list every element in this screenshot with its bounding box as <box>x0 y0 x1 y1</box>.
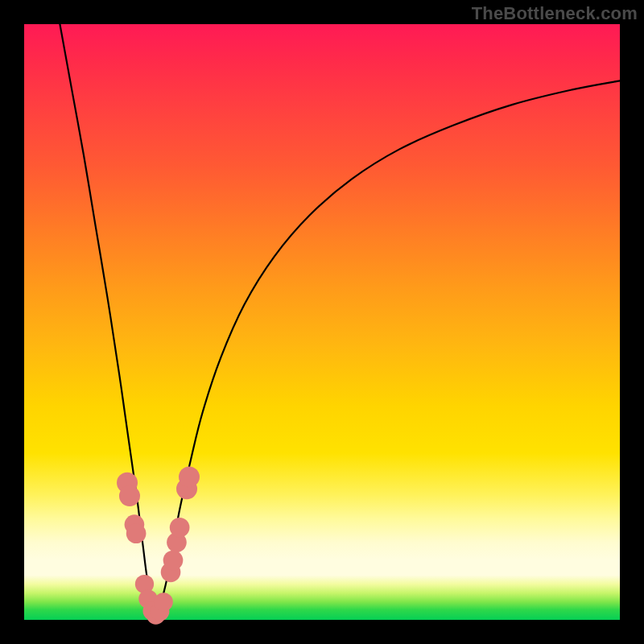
chart-frame: TheBottleneck.com <box>0 0 644 644</box>
data-marker <box>126 523 147 543</box>
marker-group <box>117 466 200 624</box>
data-marker <box>170 518 190 538</box>
curves-svg <box>24 24 620 620</box>
curve-right-branch <box>155 80 620 617</box>
data-marker <box>155 592 173 611</box>
data-marker <box>119 485 140 506</box>
plot-area <box>24 24 620 620</box>
data-marker <box>163 551 184 571</box>
data-marker <box>179 466 200 487</box>
watermark-text: TheBottleneck.com <box>472 3 638 24</box>
